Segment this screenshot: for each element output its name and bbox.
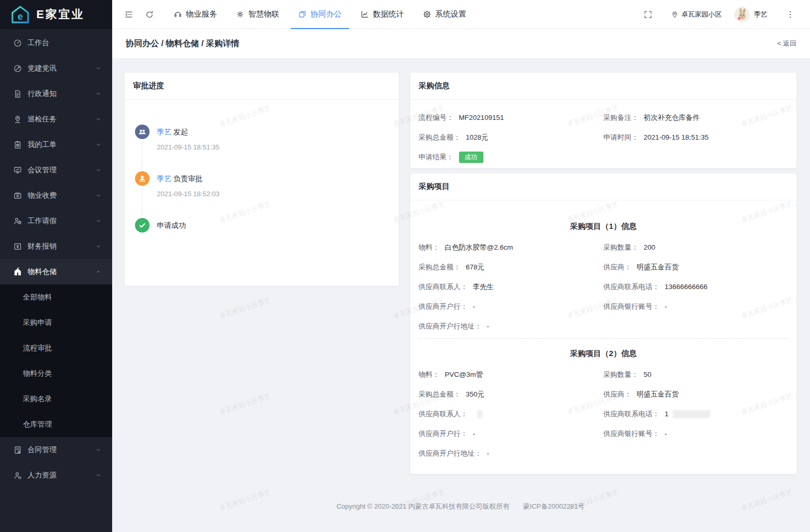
- tab-chart[interactable]: 数据统计: [353, 0, 411, 29]
- back-button[interactable]: < 返回: [777, 39, 797, 48]
- field-value: 初次补充仓库备件: [644, 114, 700, 121]
- sidebar-subitem[interactable]: 采购名录: [0, 386, 112, 412]
- tab-iot[interactable]: 智慧物联: [228, 0, 287, 29]
- field: 采购总金额：1028元: [419, 133, 603, 142]
- field-value: 李先生: [473, 283, 494, 291]
- sidebar-subitem[interactable]: 仓库管理: [0, 412, 112, 437]
- tab-gear[interactable]: 系统设置: [415, 0, 474, 29]
- field: 供应商联系电话：1: [603, 410, 788, 419]
- gear-icon: [423, 10, 431, 19]
- sidebar-item[interactable]: 物料仓储: [0, 259, 112, 284]
- purchase-items-card: 采购项目 采购项目（1）信息物料：白色防水胶带@2.6cm采购数量：200采购总…: [410, 173, 797, 474]
- tab-label: 物业服务: [186, 9, 217, 19]
- purchase-items-title: 采购项目: [410, 173, 797, 200]
- field: 采购数量：200: [603, 243, 788, 252]
- sidebar-item[interactable]: 合同管理: [0, 437, 112, 462]
- field-label: 采购总金额：: [419, 390, 461, 398]
- step-action: 发起: [173, 128, 188, 136]
- username: 季艺: [754, 10, 767, 19]
- cards-row: 审批进度 季艺发起2021-09-15 18:51:35季艺负责审批2021-0…: [125, 73, 797, 474]
- timeline-step: 季艺负责审批2021-09-15 18:52:03: [135, 171, 390, 218]
- field: 供应商开户行：-: [419, 429, 603, 439]
- field: 供应商联系人：李先生: [419, 282, 603, 292]
- field-label: 供应商银行账号：: [603, 430, 659, 438]
- fullscreen-icon[interactable]: [643, 10, 653, 19]
- field-label: 供应商银行账号：: [603, 303, 659, 310]
- chart-icon: [360, 10, 369, 19]
- location-pin-icon: [671, 10, 679, 18]
- refresh-icon[interactable]: [145, 10, 154, 19]
- field-label: 物料：: [419, 371, 440, 378]
- sidebar: e E家宜业 工作台党建党讯行政通知巡检任务我的工单会议管理物业收费工作请假财务…: [0, 0, 112, 532]
- field-row: 采购总金额：678元供应商：明盛五金百货: [419, 257, 788, 277]
- material-icon: [13, 267, 22, 277]
- field-label: 采购数量：: [603, 243, 639, 251]
- chevron-down-icon: [95, 141, 102, 148]
- sidebar-item[interactable]: 会议管理: [0, 157, 112, 183]
- field-label: 供应商联系人：: [419, 283, 468, 291]
- user-link[interactable]: 季艺: [157, 128, 171, 136]
- tab-office[interactable]: 协同办公: [291, 0, 349, 29]
- step-title: 季艺发起: [157, 125, 390, 139]
- svg-text:e: e: [18, 11, 23, 22]
- purchase-item-section: 采购项目（2）信息物料：PVC@3m管采购数量：50采购总金额：350元供应商：…: [419, 338, 788, 463]
- field: 流程编号：MF202109151: [419, 113, 603, 122]
- field-value: 明盛五金百货: [637, 263, 679, 271]
- field-value: 50: [644, 371, 652, 378]
- field: 供应商联系电话：13666666666: [603, 282, 788, 292]
- tab-headset[interactable]: 物业服务: [166, 0, 224, 29]
- sidebar-subitem[interactable]: 采购申请: [0, 310, 112, 335]
- more-vertical-icon[interactable]: [786, 10, 795, 19]
- sidebar-item[interactable]: 我的工单: [0, 132, 112, 157]
- logo-text: E家宜业: [36, 7, 85, 22]
- field-value: 13666666666: [665, 283, 708, 291]
- redacted-value: [673, 410, 710, 418]
- sidebar-item[interactable]: 工作台: [0, 30, 112, 56]
- sidebar-item[interactable]: 行政通知: [0, 81, 112, 106]
- sidebar-subitem[interactable]: 流程审批: [0, 335, 112, 361]
- field-value: PVC@3m管: [445, 371, 483, 378]
- field: 物料：白色防水胶带@2.6cm: [419, 243, 603, 252]
- field-value: 明盛五金百货: [637, 390, 679, 398]
- sidebar-item[interactable]: 巡检任务: [0, 106, 112, 132]
- party-icon: [13, 64, 22, 73]
- notice-icon: [13, 89, 22, 99]
- user-link[interactable]: 季艺: [157, 174, 171, 183]
- field: 供应商银行账号：-: [603, 429, 788, 439]
- chevron-down-icon: [95, 192, 102, 199]
- sidebar-item-label: 工作请假: [28, 216, 95, 226]
- sidebar-item[interactable]: 财务报销: [0, 234, 112, 259]
- inspection-icon: [13, 115, 22, 124]
- item-section-fields: 物料：PVC@3m管采购数量：50采购总金额：350元供应商：明盛五金百货供应商…: [419, 365, 788, 463]
- sidebar-item[interactable]: 人力资源: [0, 462, 112, 488]
- purchase-info-title: 采购信息: [410, 73, 797, 100]
- headset-icon: [173, 10, 182, 19]
- sidebar-submenu: 全部物料采购申请流程审批物料分类采购名录仓库管理: [0, 284, 112, 437]
- chevron-down-icon: [95, 446, 102, 453]
- field-row: 供应商开户行地址：-: [419, 444, 788, 463]
- community-selector[interactable]: 卓瓦家园小区: [671, 10, 722, 19]
- step-time: 2021-09-15 18:51:35: [157, 143, 390, 151]
- sidebar-item[interactable]: 物业收费: [0, 183, 112, 208]
- field-label: 采购总金额：: [419, 263, 461, 271]
- user-menu[interactable]: 季艺: [734, 7, 767, 22]
- field: 采购总金额：678元: [419, 263, 603, 272]
- field-value: 2021-09-15 18:51:35: [644, 133, 709, 141]
- sidebar-item[interactable]: 党建党讯: [0, 56, 112, 81]
- sidebar-subitem[interactable]: 全部物料: [0, 284, 112, 310]
- result-row: 申请结果：成功: [419, 147, 788, 167]
- field-value: -: [665, 303, 667, 310]
- workbench-icon: [13, 38, 22, 48]
- office-icon: [298, 10, 307, 19]
- leave-icon: [13, 216, 22, 226]
- chevron-down-icon: [95, 65, 102, 72]
- stamp-icon: [135, 171, 150, 186]
- copyright-text: Copyright © 2020-2021 内蒙古卓瓦科技有限公司版权所有: [336, 502, 509, 510]
- sidebar-subitem[interactable]: 物料分类: [0, 361, 112, 386]
- item-section-title: 采购项目（2）信息: [419, 348, 788, 359]
- avatar: [734, 7, 750, 22]
- menu-fold-icon[interactable]: [124, 10, 133, 19]
- sidebar-item[interactable]: 工作请假: [0, 208, 112, 234]
- field-row: 采购总金额：1028元申请时间：2021-09-15 18:51:35: [419, 128, 788, 147]
- contract-icon: [13, 445, 22, 455]
